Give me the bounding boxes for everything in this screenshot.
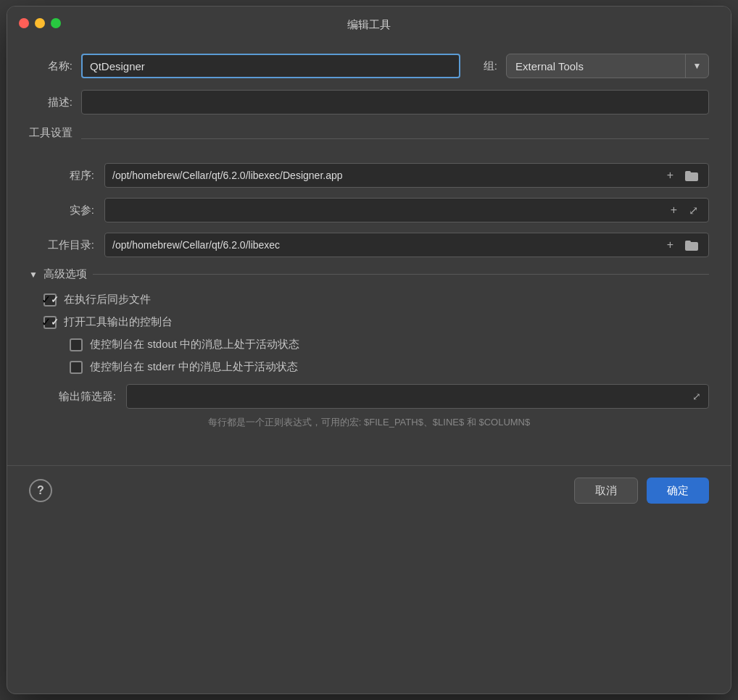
cancel-button[interactable]: 取消 bbox=[574, 478, 638, 504]
dropdown-arrow-icon[interactable]: ▼ bbox=[685, 54, 708, 78]
chevron-down-icon: ▼ bbox=[693, 61, 702, 71]
group-dropdown-value: External Tools bbox=[507, 60, 685, 72]
advanced-collapse-icon: ▼ bbox=[29, 270, 38, 280]
stderr-row: 使控制台在 stderr 中的消息上处于活动状态 bbox=[70, 360, 709, 374]
stdout-checkbox[interactable] bbox=[70, 338, 83, 351]
open-console-label: 打开工具输出的控制台 bbox=[64, 315, 173, 329]
workdir-row: 工作目录: /opt/homebrew/Cellar/qt/6.2.0/libe… bbox=[29, 233, 709, 257]
group-dropdown[interactable]: External Tools ▼ bbox=[506, 54, 709, 78]
output-filter-row: 输出筛选器: ⤢ bbox=[43, 384, 709, 409]
desc-row: 描述: bbox=[29, 90, 709, 114]
output-filter-input-wrapper: ⤢ bbox=[126, 384, 709, 409]
workdir-folder-button[interactable] bbox=[682, 238, 701, 252]
output-filter-label: 输出筛选器: bbox=[43, 390, 116, 404]
program-row: 程序: /opt/homebrew/Cellar/qt/6.2.0/libexe… bbox=[29, 163, 709, 188]
help-button[interactable]: ? bbox=[29, 479, 52, 502]
traffic-lights bbox=[19, 18, 61, 28]
open-console-check-icon: ✓ bbox=[41, 315, 51, 329]
name-label: 名称: bbox=[29, 59, 72, 73]
args-expand-button[interactable]: ⤢ bbox=[686, 202, 701, 219]
minimize-button[interactable] bbox=[35, 18, 45, 28]
stdout-label: 使控制台在 stdout 中的消息上处于活动状态 bbox=[90, 338, 299, 351]
window-title: 编辑工具 bbox=[347, 18, 391, 32]
maximize-button[interactable] bbox=[51, 18, 61, 28]
workdir-value: /opt/homebrew/Cellar/qt/6.2.0/libexec bbox=[112, 239, 658, 251]
args-input-wrapper: + ⤢ bbox=[104, 198, 709, 222]
close-button[interactable] bbox=[19, 18, 29, 28]
args-input[interactable] bbox=[112, 204, 662, 216]
args-add-button[interactable]: + bbox=[668, 202, 680, 218]
program-add-button[interactable]: + bbox=[664, 167, 676, 183]
svg-rect-1 bbox=[685, 171, 691, 174]
program-folder-button[interactable] bbox=[682, 168, 701, 183]
args-row: 实参: + ⤢ bbox=[29, 198, 709, 222]
sync-label: 在执行后同步文件 bbox=[64, 293, 151, 307]
ok-button[interactable]: 确定 bbox=[647, 478, 709, 504]
workdir-input-wrapper: /opt/homebrew/Cellar/qt/6.2.0/libexec + bbox=[104, 233, 709, 257]
advanced-header[interactable]: ▼ 高级选项 bbox=[29, 267, 709, 281]
svg-rect-3 bbox=[685, 241, 691, 243]
dialog-content: 名称: 组: External Tools ▼ 描述: 工具设置 程序: bbox=[7, 39, 731, 458]
args-label: 实参: bbox=[29, 204, 94, 217]
workdir-add-button[interactable]: + bbox=[664, 237, 676, 253]
open-console-row: ✓ 打开工具输出的控制台 bbox=[43, 315, 709, 329]
stderr-label: 使控制台在 stderr 中的消息上处于活动状态 bbox=[90, 360, 298, 374]
program-input-wrapper: /opt/homebrew/Cellar/qt/6.2.0/libexec/De… bbox=[104, 163, 709, 188]
hint-text: 每行都是一个正则表达式，可用的宏: $FILE_PATH$、$LINE$ 和 $… bbox=[29, 416, 709, 429]
open-console-checkbox[interactable]: ✓ bbox=[43, 316, 57, 329]
output-filter-input[interactable] bbox=[134, 391, 692, 402]
desc-input[interactable] bbox=[81, 90, 709, 114]
stdout-row: 使控制台在 stdout 中的消息上处于活动状态 bbox=[70, 338, 709, 351]
stderr-checkbox[interactable] bbox=[70, 361, 83, 374]
name-group-row: 名称: 组: External Tools ▼ bbox=[29, 54, 709, 78]
advanced-section: ▼ 高级选项 ✓ 在执行后同步文件 ✓ 打开工具输出的控制台 bbox=[29, 267, 709, 429]
output-expand-icon[interactable]: ⤢ bbox=[692, 391, 701, 402]
program-label: 程序: bbox=[29, 169, 94, 183]
footer-buttons: 取消 确定 bbox=[574, 478, 709, 504]
name-input[interactable] bbox=[81, 54, 460, 78]
sync-check-icon: ✓ bbox=[41, 293, 51, 307]
group-label: 组: bbox=[484, 59, 497, 73]
tool-settings-section: 工具设置 程序: /opt/homebrew/Cellar/qt/6.2.0/l… bbox=[29, 126, 709, 257]
advanced-title: 高级选项 bbox=[43, 267, 87, 281]
dialog-footer: ? 取消 确定 bbox=[7, 465, 731, 515]
desc-label: 描述: bbox=[29, 96, 72, 109]
sync-checkbox[interactable]: ✓ bbox=[43, 293, 57, 307]
program-value: /opt/homebrew/Cellar/qt/6.2.0/libexec/De… bbox=[112, 170, 658, 181]
advanced-divider bbox=[93, 274, 709, 275]
tool-settings-title: 工具设置 bbox=[29, 126, 72, 140]
sync-row: ✓ 在执行后同步文件 bbox=[43, 293, 709, 307]
title-bar: 编辑工具 bbox=[7, 7, 731, 39]
workdir-label: 工作目录: bbox=[29, 238, 94, 252]
dialog-window: 编辑工具 名称: 组: External Tools ▼ 描述: 工具设置 bbox=[7, 6, 731, 694]
